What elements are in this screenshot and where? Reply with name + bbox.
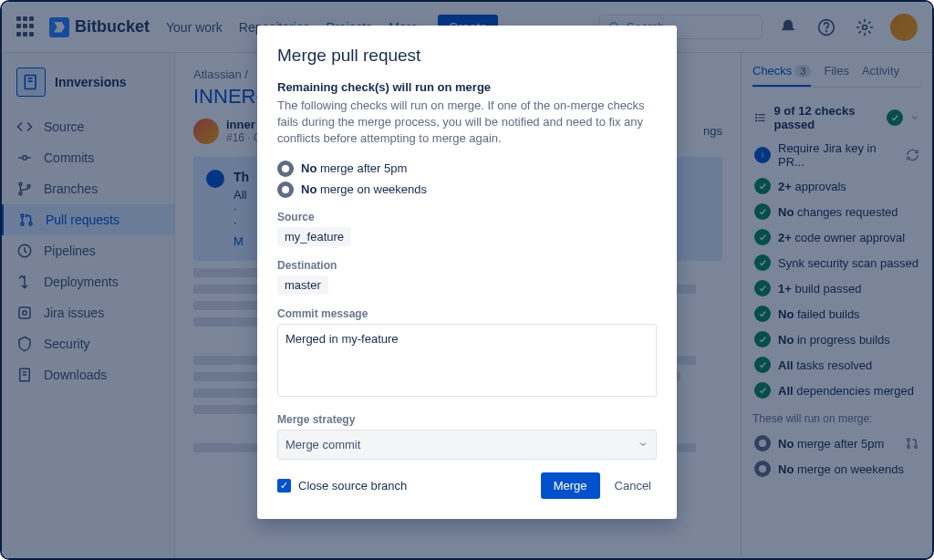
merge-strategy-select[interactable]: Merge commit [277,430,657,460]
merge-modal: Merge pull request Remaining check(s) wi… [257,26,677,519]
dest-label: Destination [277,259,657,272]
modal-check-item: No merge on weekends [277,181,657,198]
close-branch-label: Close source branch [298,479,407,493]
close-branch-checkbox[interactable] [277,479,291,493]
commit-label: Commit message [277,307,657,320]
cancel-button[interactable]: Cancel [609,472,657,499]
modal-footer: Close source branch Merge Cancel [277,472,657,499]
source-branch: my_feature [277,227,351,246]
dest-branch: master [277,275,328,295]
modal-check-item: No merge after 5pm [277,161,657,177]
modal-title: Merge pull request [277,46,657,66]
modal-warn-text: The following checks will run on merge. … [277,98,657,148]
merge-button[interactable]: Merge [541,472,600,499]
commit-message-input[interactable] [277,324,657,397]
time-icon [277,181,294,198]
modal-warn-title: Remaining check(s) will run on merge [277,80,657,94]
source-label: Source [277,211,657,223]
time-icon [277,161,294,177]
strategy-label: Merge strategy [277,413,657,426]
modal-overlay: Merge pull request Remaining check(s) wi… [2,2,932,558]
